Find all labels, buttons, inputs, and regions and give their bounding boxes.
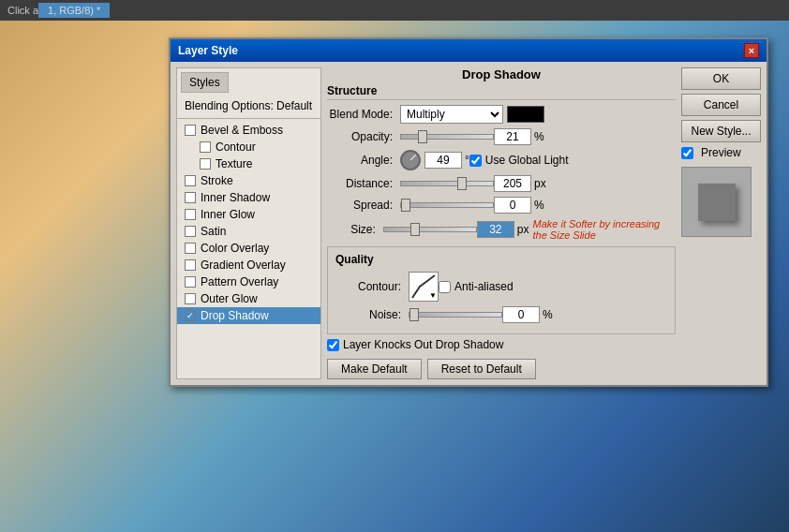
layer-knocks-label: Layer Knocks Out Drop Shadow: [343, 338, 503, 351]
preview-area: [681, 167, 752, 237]
spread-label: Spread:: [327, 199, 393, 212]
preview-checkbox[interactable]: [681, 147, 693, 159]
checkbox-texture[interactable]: [200, 158, 211, 170]
size-input[interactable]: [477, 221, 514, 238]
contour-dropdown-arrow: ▼: [429, 291, 437, 300]
opacity-row: Opacity: %: [327, 128, 676, 145]
sidebar-item-satin[interactable]: Satin: [177, 223, 320, 240]
checkbox-inner-glow[interactable]: [185, 209, 196, 220]
checkbox-gradient-overlay[interactable]: [185, 259, 196, 271]
size-row: Size: px Make it Softer by increasing th…: [327, 218, 676, 241]
angle-label: Angle:: [327, 154, 393, 167]
angle-row: Angle: ° Use Global Light: [327, 150, 676, 170]
size-unit: px: [517, 223, 529, 236]
checkbox-drop-shadow[interactable]: ✓: [185, 310, 196, 321]
angle-dial[interactable]: [400, 150, 421, 170]
opacity-slider[interactable]: [400, 134, 494, 140]
layer-knocks-row: Layer Knocks Out Drop Shadow: [327, 338, 676, 351]
styles-button[interactable]: Styles: [181, 72, 229, 93]
sidebar-item-gradient-overlay[interactable]: Gradient Overlay: [177, 257, 320, 273]
checkbox-satin[interactable]: [185, 226, 196, 237]
sidebar-item-outer-glow[interactable]: Outer Glow: [177, 290, 320, 307]
make-default-button[interactable]: Make Default: [327, 359, 422, 379]
checkbox-color-overlay[interactable]: [185, 243, 196, 254]
checkbox-contour[interactable]: [200, 141, 211, 153]
opacity-label: Opacity:: [327, 130, 393, 143]
hint-text: Make it Softer by increasing the Size Sl…: [533, 218, 677, 241]
sidebar-item-contour[interactable]: Contour: [177, 139, 320, 155]
distance-slider[interactable]: [400, 181, 494, 186]
blending-options-item[interactable]: Blending Options: Default: [177, 96, 320, 115]
preview-label: Preview: [701, 146, 741, 159]
size-slider[interactable]: [383, 227, 477, 232]
sidebar-item-drop-shadow[interactable]: ✓ Drop Shadow: [177, 307, 320, 324]
left-panel: Styles Blending Options: Default Bevel &…: [176, 67, 321, 379]
layer-style-dialog: Layer Style × Styles Blending Options: D…: [169, 37, 768, 387]
dialog-body: Styles Blending Options: Default Bevel &…: [171, 62, 767, 385]
contour-row: Contour: ▼ Anti-aliased: [335, 272, 667, 302]
anti-aliased-checkbox[interactable]: [439, 281, 451, 293]
contour-label: Contour:: [335, 280, 401, 293]
quality-section: Quality Contour: ▼ Anti-aliased: [327, 246, 676, 334]
size-label: Size:: [327, 223, 376, 236]
sidebar-item-inner-shadow[interactable]: Inner Shadow: [177, 189, 320, 206]
noise-unit: %: [543, 308, 553, 321]
blend-mode-label: Blend Mode:: [327, 108, 393, 121]
angle-input[interactable]: [424, 152, 462, 169]
layer-knocks-checkbox[interactable]: [327, 339, 339, 351]
use-global-light-label: Use Global Light: [485, 154, 569, 167]
panel-title: Drop Shadow: [327, 67, 676, 81]
blend-mode-select[interactable]: Multiply: [400, 105, 503, 124]
dialog-overlay: Layer Style × Styles Blending Options: D…: [0, 21, 789, 532]
spread-input[interactable]: [494, 197, 531, 214]
sidebar-item-stroke[interactable]: Stroke: [177, 172, 320, 189]
dialog-titlebar: Layer Style ×: [171, 39, 767, 62]
click-hint: Click a: [7, 5, 38, 16]
middle-panel: Drop Shadow Structure Blend Mode: Multip…: [327, 67, 676, 379]
noise-slider[interactable]: [409, 312, 502, 318]
opacity-input[interactable]: [494, 128, 531, 145]
spread-row: Spread: %: [327, 197, 676, 214]
opacity-unit: %: [534, 130, 544, 143]
sidebar-item-pattern-overlay[interactable]: Pattern Overlay: [177, 273, 320, 290]
structure-subtitle: Structure: [327, 84, 676, 100]
preview-inner-box: [698, 184, 736, 221]
preview-row: Preview: [681, 146, 761, 159]
spread-slider[interactable]: [400, 202, 494, 208]
sidebar-item-color-overlay[interactable]: Color Overlay: [177, 240, 320, 257]
checkbox-bevel-emboss[interactable]: [185, 125, 196, 136]
new-style-button[interactable]: New Style...: [681, 120, 761, 142]
sidebar-item-bevel-emboss[interactable]: Bevel & Emboss: [177, 122, 320, 139]
distance-input[interactable]: [494, 175, 531, 192]
ok-button[interactable]: OK: [681, 67, 761, 90]
contour-preview[interactable]: ▼: [409, 272, 439, 302]
sidebar-item-inner-glow[interactable]: Inner Glow: [177, 206, 320, 223]
checkbox-outer-glow[interactable]: [185, 293, 196, 304]
ps-tab-active[interactable]: 1, RGB/8) *: [38, 3, 110, 18]
distance-unit: px: [534, 177, 546, 190]
sidebar-item-texture[interactable]: Texture: [177, 155, 320, 172]
noise-input[interactable]: [502, 306, 540, 323]
checkbox-inner-shadow[interactable]: [185, 192, 196, 203]
distance-label: Distance:: [327, 177, 393, 190]
use-global-light-checkbox[interactable]: [469, 155, 482, 167]
right-panel: OK Cancel New Style... Preview: [681, 67, 761, 379]
noise-row: Noise: %: [335, 306, 667, 323]
distance-row: Distance: px: [327, 175, 676, 192]
noise-label: Noise:: [335, 308, 401, 321]
quality-title: Quality: [335, 253, 667, 266]
reset-to-default-button[interactable]: Reset to Default: [427, 359, 536, 379]
dialog-title: Layer Style: [178, 44, 238, 57]
cancel-button[interactable]: Cancel: [681, 94, 761, 116]
close-button[interactable]: ×: [744, 43, 759, 58]
bottom-buttons-row: Make Default Reset to Default: [327, 359, 676, 379]
checkbox-stroke[interactable]: [185, 175, 196, 186]
blend-mode-row: Blend Mode: Multiply: [327, 105, 676, 124]
ps-toolbar: Click a 1, RGB/8) *: [0, 0, 789, 21]
spread-unit: %: [534, 199, 544, 212]
anti-aliased-label: Anti-aliased: [454, 280, 514, 293]
angle-line: [410, 155, 416, 160]
checkbox-pattern-overlay[interactable]: [185, 276, 196, 288]
color-swatch-black[interactable]: [507, 106, 544, 123]
